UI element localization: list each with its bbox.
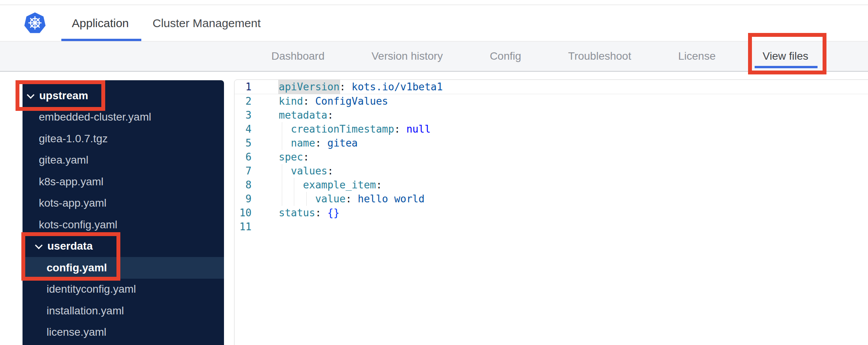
token-key: value	[315, 193, 345, 205]
subnav-item-label: Version history	[372, 50, 443, 62]
subnav-item-dashboard[interactable]: Dashboard	[271, 50, 325, 62]
token-key: values	[291, 165, 327, 177]
token-key: metadata	[279, 109, 327, 121]
tree-folder-upstream[interactable]: upstream	[23, 85, 224, 107]
tree-file-config.yaml[interactable]: config.yaml	[23, 257, 224, 279]
token-punc: :	[340, 81, 352, 93]
tree-file-kots-app.yaml[interactable]: kots-app.yaml	[23, 193, 224, 214]
tree-item-label: identityconfig.yaml	[47, 283, 136, 295]
token-str: ConfigValues	[315, 95, 388, 107]
token-punc: :	[303, 151, 309, 163]
tree-item-label: installation.yaml	[47, 305, 124, 317]
line-number: 3	[234, 109, 252, 121]
highlighted-word: apiVersion	[279, 80, 340, 94]
token-punc: :	[394, 123, 406, 135]
line-number: 6	[234, 151, 252, 163]
line-number: 5	[234, 137, 252, 149]
code-line-3: 3metadata:	[234, 108, 868, 122]
yaml-editor[interactable]: 1apiVersion: kots.io/v1beta12kind: Confi…	[234, 79, 868, 345]
token-key: name	[291, 137, 315, 149]
tree-item-label: k8s-app.yaml	[39, 176, 104, 188]
code-line-8: 8example_item:	[234, 178, 868, 192]
token-punc: :	[315, 137, 327, 149]
line-number: 11	[234, 221, 252, 233]
tree-file-kots-config.yaml[interactable]: kots-config.yaml	[23, 214, 224, 236]
tree-item-label: license.yaml	[47, 326, 106, 338]
app-subnav: DashboardVersion historyConfigTroublesho…	[0, 41, 868, 72]
active-tab-underline	[61, 39, 141, 41]
subnav-item-label: License	[678, 50, 716, 62]
token-str: gitea	[327, 137, 358, 149]
code-text: metadata:	[279, 109, 333, 121]
token-br: {}	[327, 207, 339, 219]
token-punc: :	[345, 193, 358, 205]
token-key: creationTimestamp	[291, 123, 394, 135]
tree-file-identityconfig.yaml[interactable]: identityconfig.yaml	[23, 279, 224, 300]
code-text: spec:	[279, 151, 309, 163]
tree-item-label: kots-app.yaml	[39, 197, 106, 209]
token-key: example_item	[303, 179, 376, 191]
tree-folder-userdata[interactable]: userdata	[23, 236, 224, 257]
token-str: hello world	[358, 193, 424, 205]
subnav-item-label: View files	[762, 50, 808, 62]
subnav-item-view-files[interactable]: View files	[762, 50, 808, 62]
tree-file-gitea.yaml[interactable]: gitea.yaml	[23, 150, 224, 171]
subnav-item-version-history[interactable]: Version history	[372, 50, 443, 62]
indent-guide	[282, 136, 282, 150]
tree-file-license.yaml[interactable]: license.yaml	[23, 322, 224, 343]
tree-file-installation.yaml[interactable]: installation.yaml	[23, 300, 224, 322]
code-line-5: 5name: gitea	[234, 136, 868, 150]
kubernetes-logo-icon	[24, 12, 46, 34]
indent-guide	[282, 192, 282, 206]
app-header: Application Cluster Management	[0, 5, 868, 41]
code-text: value: hello world	[315, 193, 425, 205]
token-punc: :	[303, 95, 315, 107]
line-number: 2	[234, 95, 252, 107]
code-line-9: 9value: hello world	[234, 192, 868, 206]
chevron-down-icon	[27, 91, 35, 99]
line-number: 9	[234, 193, 252, 205]
tree-item-label: userdata	[47, 240, 93, 252]
tree-file-embedded-cluster.yaml[interactable]: embedded-cluster.yaml	[23, 107, 224, 128]
indent-guide	[282, 122, 282, 136]
code-text: values:	[291, 165, 333, 177]
tree-item-label: kots-config.yaml	[39, 219, 117, 231]
code-line-1: 1apiVersion: kots.io/v1beta1	[234, 80, 868, 94]
token-punc: :	[315, 207, 327, 219]
subnav-item-config[interactable]: Config	[490, 50, 521, 62]
token-key: status	[279, 207, 315, 219]
tree-file-gitea-1.0.7.tgz[interactable]: gitea-1.0.7.tgz	[23, 128, 224, 150]
code-text: kind: ConfigValues	[279, 95, 388, 107]
indent-guide	[294, 192, 294, 206]
code-text: example_item:	[303, 179, 382, 191]
code-line-4: 4creationTimestamp: null	[234, 122, 868, 136]
line-number: 4	[234, 123, 252, 135]
token-kw: null	[406, 123, 431, 135]
tab-application[interactable]: Application	[72, 5, 129, 41]
indent-guide	[306, 192, 307, 206]
code-text: name: gitea	[291, 137, 358, 149]
line-number: 8	[234, 179, 252, 191]
subnav-item-label: Config	[490, 50, 521, 62]
kots-admin-console: Application Cluster Management Dashboard…	[0, 0, 868, 345]
code-line-7: 7values:	[234, 164, 868, 178]
code-line-11: 11	[234, 220, 868, 234]
tree-item-label: embedded-cluster.yaml	[39, 111, 151, 123]
subnav-item-license[interactable]: License	[678, 50, 716, 62]
subnav-item-troubleshoot[interactable]: Troubleshoot	[568, 50, 631, 62]
subnav-item-label: Dashboard	[271, 50, 325, 62]
line-number: 1	[234, 81, 252, 93]
subnav-item-label: Troubleshoot	[568, 50, 631, 62]
tree-file-k8s-app.yaml[interactable]: k8s-app.yaml	[23, 171, 224, 193]
code-line-10: 10status: {}	[234, 206, 868, 220]
active-subnav-underline	[755, 66, 818, 68]
tree-item-label: gitea-1.0.7.tgz	[39, 133, 108, 145]
chevron-down-icon	[35, 242, 43, 249]
code-text: creationTimestamp: null	[291, 123, 431, 135]
file-tree-panel: upstreamembedded-cluster.yamlgitea-1.0.7…	[23, 80, 224, 345]
token-punc: :	[327, 109, 333, 121]
line-number: 10	[234, 207, 252, 219]
tree-item-label: upstream	[39, 90, 88, 102]
tab-cluster-management[interactable]: Cluster Management	[153, 5, 260, 41]
code-line-2: 2kind: ConfigValues	[234, 94, 868, 108]
